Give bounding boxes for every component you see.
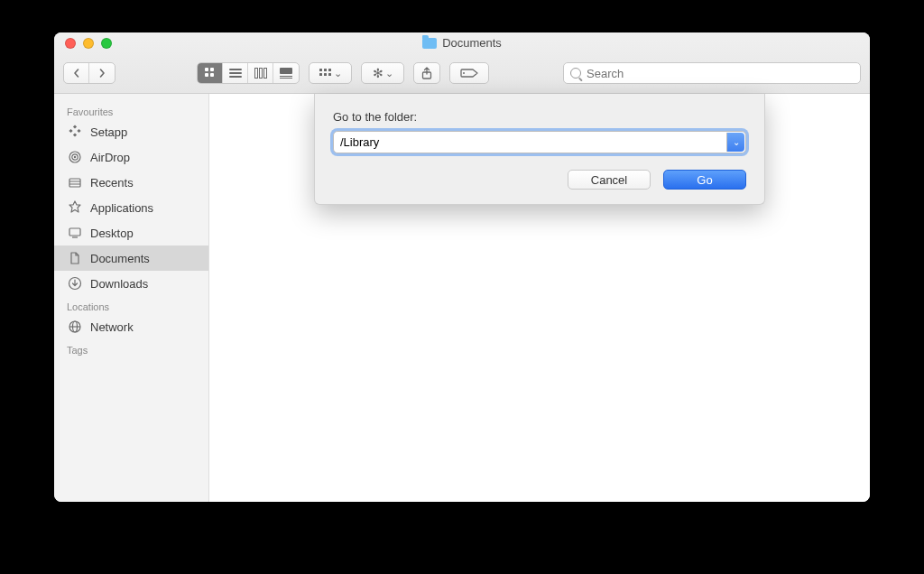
documents-icon [67,250,83,266]
sidebar-section-favourites: Favourites [54,101,208,119]
cancel-button-label: Cancel [591,173,627,187]
grid-icon [205,68,216,79]
folder-path-input[interactable] [334,132,745,153]
list-icon [229,68,242,79]
titlebar: Documents [54,32,870,94]
go-to-folder-sheet: Go to the folder: ⌄ Cancel Go [314,94,765,205]
traffic-lights [54,38,112,49]
forward-button[interactable] [89,63,115,83]
cancel-button[interactable]: Cancel [568,170,651,190]
svg-rect-3 [69,129,72,133]
downloads-icon [67,275,83,292]
sidebar-item-network[interactable]: Network [54,314,208,339]
svg-rect-2 [73,125,77,128]
sidebar-item-setapp[interactable]: Setapp [54,119,208,144]
window-title-text: Documents [442,36,502,50]
sidebar-section-locations: Locations [54,296,208,314]
folder-icon [422,38,437,49]
gallery-icon [280,68,292,79]
view-gallery-button[interactable] [273,63,299,83]
tag-icon [459,68,479,79]
view-list-button[interactable] [223,63,248,83]
view-icon-button[interactable] [198,63,223,83]
svg-rect-4 [77,129,80,133]
applications-icon [67,199,83,216]
sidebar-item-label: AirDrop [90,151,130,164]
network-icon [67,319,83,335]
sidebar-section-tags: Tags [54,339,208,357]
sidebar-item-label: Recents [90,176,134,190]
sidebar: Favourites Setapp AirDrop Recents [54,94,209,502]
gear-icon: ✻ [373,66,383,80]
sidebar-item-desktop[interactable]: Desktop [54,220,208,245]
recents-icon [67,174,83,190]
go-button[interactable]: Go [663,170,746,190]
sidebar-item-label: Downloads [90,277,148,291]
chevron-down-icon: ⌄ [334,68,342,79]
sidebar-item-label: Applications [90,201,153,215]
sidebar-item-label: Documents [90,252,150,265]
svg-rect-9 [69,179,80,187]
combobox-arrow-button[interactable]: ⌄ [726,133,744,152]
window-title: Documents [54,36,870,50]
sidebar-item-label: Desktop [90,227,134,240]
airdrop-icon [67,149,83,165]
svg-rect-5 [73,133,77,136]
search-icon [570,68,581,79]
view-mode-group [197,62,300,84]
window-close-button[interactable] [65,38,76,49]
sidebar-item-label: Network [90,320,134,334]
share-icon [421,67,432,79]
share-button[interactable] [413,62,440,84]
arrange-button[interactable]: ⌄ [309,62,352,84]
sidebar-item-airdrop[interactable]: AirDrop [54,144,208,170]
svg-point-1 [463,72,465,74]
sidebar-item-label: Setapp [90,125,127,139]
setapp-icon [67,124,83,140]
search-input[interactable] [587,67,854,80]
arrange-icon [319,69,332,78]
action-button[interactable]: ✻ ⌄ [361,62,404,84]
chevron-down-icon: ⌄ [733,137,740,147]
sidebar-item-downloads[interactable]: Downloads [54,271,208,296]
sidebar-item-recents[interactable]: Recents [54,170,208,195]
svg-rect-12 [69,228,80,236]
tags-button[interactable] [449,62,489,84]
search-field[interactable] [563,62,861,84]
sidebar-item-applications[interactable]: Applications [54,195,208,220]
sidebar-item-documents[interactable]: Documents [54,245,208,271]
folder-path-combobox[interactable]: ⌄ [333,131,746,153]
toolbar: ⌄ ✻ ⌄ [54,54,870,93]
window-minimize-button[interactable] [83,38,94,49]
back-button[interactable] [64,63,89,83]
columns-icon [254,68,267,79]
view-column-button[interactable] [248,63,273,83]
chevron-down-icon: ⌄ [385,68,393,79]
nav-back-forward [63,62,116,84]
desktop-icon [67,225,83,241]
sheet-label: Go to the folder: [333,110,746,124]
content-area: Go to the folder: ⌄ Cancel Go [209,94,870,502]
window-zoom-button[interactable] [101,38,112,49]
go-button-label: Go [697,173,712,187]
finder-window: Documents [54,32,870,502]
svg-point-8 [74,156,76,158]
